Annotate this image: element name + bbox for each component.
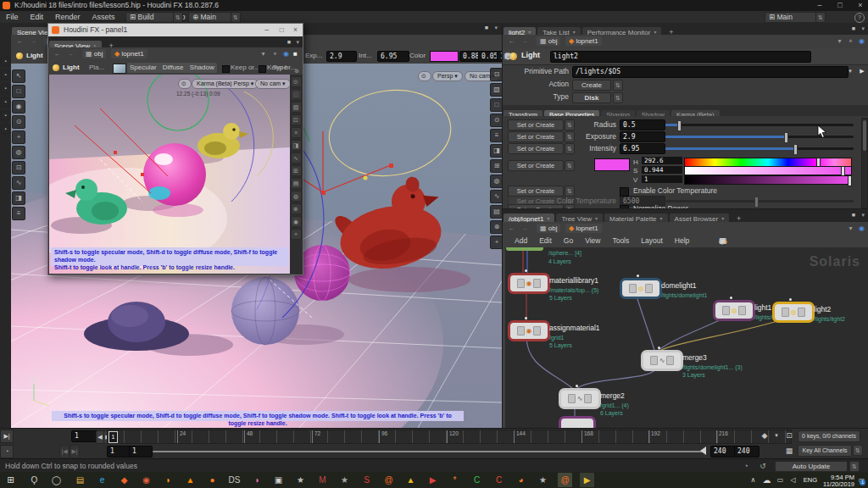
snapshot-icon[interactable]: ■ xyxy=(290,49,301,58)
substance-icon[interactable]: S xyxy=(359,473,374,487)
light1[interactable]: ◍ light1 /lights/light1 xyxy=(713,300,750,316)
viewport-tool-icon[interactable]: □ xyxy=(291,89,302,100)
radius-field[interactable]: 0.5 xyxy=(620,119,665,130)
hue-field[interactable]: 292.6 xyxy=(642,157,682,164)
chevron-down-icon[interactable]: ▾ xyxy=(845,66,855,76)
help-icon[interactable]: ? xyxy=(854,13,865,23)
menu-item[interactable]: View xyxy=(579,236,606,245)
message-icon[interactable]: ◔ xyxy=(741,461,751,471)
viewport-tool-icon[interactable]: ⊞ xyxy=(291,165,302,176)
viewport-tool-icon[interactable]: ⊡ xyxy=(291,114,302,125)
forward-icon[interactable]: → xyxy=(519,224,530,233)
breadcrumb-lopnet1[interactable]: ◆ lopnet1 xyxy=(111,49,147,58)
menu-item[interactable]: Go xyxy=(558,236,579,245)
scrollbar[interactable] xyxy=(861,118,868,208)
range-slider[interactable] xyxy=(153,451,705,452)
node-body[interactable]: ◉ xyxy=(508,320,550,341)
materiallibrary1[interactable]: ◉ materiallibrary1 /materials/top... (5)… xyxy=(508,273,545,289)
photos-app-icon[interactable]: ▣ xyxy=(271,473,286,487)
close-button[interactable]: × xyxy=(853,0,868,11)
scrollbar[interactable] xyxy=(503,247,505,429)
saturation-bar[interactable] xyxy=(684,166,852,175)
keys-summary-button[interactable]: 0 keys, 0/0 channels xyxy=(798,430,860,442)
light2[interactable]: ◍ light2 /lights/light2 xyxy=(772,302,810,318)
intensity-field[interactable]: 6.95 xyxy=(620,143,665,154)
chevron-down-icon[interactable]: ▾ xyxy=(861,212,865,219)
saturation-field[interactable]: 0.944 xyxy=(642,166,682,174)
range-slider-handle[interactable] xyxy=(700,446,706,455)
brave-icon[interactable]: ◆ xyxy=(117,473,131,487)
cortana-icon[interactable]: ◯ xyxy=(49,473,64,487)
shelf-tool-icon[interactable]: ▪ xyxy=(1,70,10,80)
node-name-field[interactable]: light2 xyxy=(550,51,811,63)
viewport-tool-icon[interactable]: ◨ xyxy=(12,191,25,205)
search-icon[interactable]: Ϙ xyxy=(27,473,42,487)
take-updown-icon[interactable]: ⇅ xyxy=(231,12,241,23)
renderer-dropdown[interactable]: Karma (Beta) Persp ▾ xyxy=(192,79,259,89)
step-field[interactable]: 1 xyxy=(129,446,153,458)
updown-icon[interactable]: ⇅ xyxy=(613,80,623,91)
dopesheet-icon[interactable]: ▦ xyxy=(784,446,794,456)
chrome-icon[interactable]: ◉ xyxy=(139,473,153,487)
viewport-tool-icon[interactable]: ▧ xyxy=(291,102,302,113)
shelf-tool-icon[interactable]: ▪ xyxy=(1,125,10,134)
placement-dropdown[interactable]: Pla... xyxy=(89,61,104,75)
value-bar[interactable] xyxy=(684,175,852,185)
chevron-down-icon[interactable]: ▾ xyxy=(845,224,856,233)
pin-icon[interactable]: ⌖ xyxy=(270,49,281,58)
help-icon[interactable]: ? xyxy=(503,51,513,61)
exposure-field[interactable]: 2.9 xyxy=(620,131,665,142)
volume-icon[interactable]: ◁ xyxy=(786,473,800,487)
viewport-tool-icon[interactable]: ▤ xyxy=(291,178,302,189)
domelight1[interactable]: ◍ domelight1 /lights/domelight1 xyxy=(620,278,657,294)
forward-icon[interactable]: → xyxy=(27,36,38,46)
close-button[interactable]: × xyxy=(293,24,298,36)
viewport-tool-icon[interactable]: ⊙ xyxy=(12,115,25,129)
viewport-tool-icon[interactable]: ◍ xyxy=(12,146,25,159)
panel-menu-icon[interactable]: ■ xyxy=(485,25,488,30)
pin-icon[interactable]: ⌖ xyxy=(845,36,856,46)
viewport-tool-icon[interactable]: ◉ xyxy=(291,216,302,227)
shelf-tool-icon[interactable]: ▪ xyxy=(1,57,10,66)
viewport-tool-icon[interactable]: ⊡ xyxy=(12,161,25,175)
assignmaterial1[interactable]: ◉ assignmaterial1 /grid1 5 Layers xyxy=(508,320,545,336)
action-dropdown[interactable]: Create xyxy=(572,80,611,91)
node-body[interactable]: ◍ xyxy=(713,300,755,321)
onedrive-icon[interactable]: ☁ xyxy=(760,473,774,487)
back-icon[interactable]: ← xyxy=(506,224,517,233)
auto-update-dropdown[interactable]: Auto Update xyxy=(775,461,848,472)
intensity-field[interactable]: 6.95 xyxy=(377,51,409,62)
set-or-create-dropdown[interactable]: Set or Create xyxy=(508,143,564,154)
menu-item[interactable]: File xyxy=(0,11,25,23)
keep-origin-checkbox[interactable] xyxy=(222,65,230,73)
menu-item[interactable]: Help xyxy=(669,236,695,245)
viewport-tool-icon[interactable]: + xyxy=(12,130,25,144)
panel-menu-icon[interactable]: ■ xyxy=(852,212,855,218)
lock-camera-icon[interactable]: ⊙ xyxy=(178,79,192,89)
shadow-mode-button[interactable]: Shadow xyxy=(190,64,214,71)
viewport-tool-icon[interactable]: ∿ xyxy=(12,176,25,190)
chevron-down-icon[interactable]: ▾ xyxy=(258,49,269,58)
media-app-icon[interactable]: ● xyxy=(205,473,220,487)
shelf-tool-icon[interactable]: ▪ xyxy=(1,84,10,93)
forward-icon[interactable]: → xyxy=(519,36,530,46)
kodi-icon[interactable]: ▲ xyxy=(403,473,418,487)
lock-camera-icon[interactable]: ⊙ xyxy=(418,71,431,81)
timeline-ruler[interactable]: 24487296120144168192216 1 xyxy=(107,430,792,444)
shelf-tool-icon[interactable]: ▪ xyxy=(1,111,10,120)
node-body[interactable]: ∿ xyxy=(641,350,683,371)
viewport-tool-icon[interactable]: ↖ xyxy=(12,69,25,83)
partial-node-bottom[interactable] xyxy=(559,416,596,429)
houdini-icon[interactable]: @ xyxy=(381,473,396,487)
chevron-down-icon[interactable]: ▾ xyxy=(494,25,498,31)
settings-app-icon[interactable]: * xyxy=(448,473,462,487)
menu-item[interactable]: Edit xyxy=(533,236,558,245)
chevron-down-icon[interactable]: ▾ xyxy=(296,39,299,46)
go-end-button[interactable]: ▶| xyxy=(0,430,14,443)
panel-menu-icon[interactable]: ■ xyxy=(287,39,291,45)
karma-render-viewport[interactable]: ⊙ Karma (Beta) Persp ▾ No cam ▾ 12.25 (-… xyxy=(49,75,290,274)
key-all-channels-dropdown[interactable]: Key All Channels xyxy=(798,445,852,457)
viewport-tool-icon[interactable]: + xyxy=(291,229,302,240)
node-body[interactable]: ∿ xyxy=(559,388,601,409)
updown-icon[interactable]: ⇅ xyxy=(613,92,623,103)
